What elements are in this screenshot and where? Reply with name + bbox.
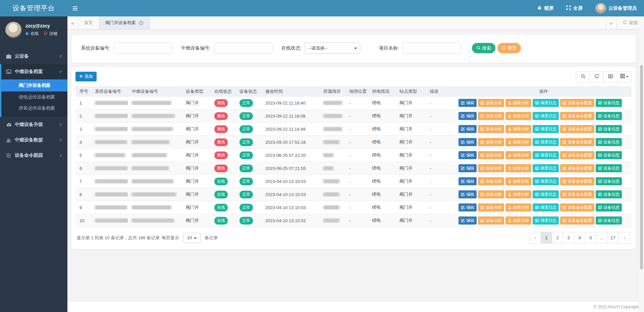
action-button-1[interactable]: 设备分析	[478, 203, 504, 211]
action-button-4[interactable]: 设备命令配置	[560, 151, 594, 159]
table-row[interactable]: 4阀门井离线正常2023-09-20 17:51:16-锂电阀门井-编辑设备分析…	[75, 136, 632, 149]
action-button-5[interactable]: 设备信息	[596, 125, 622, 133]
action-button-1[interactable]: 设备分析	[478, 177, 504, 185]
action-button-2[interactable]: 故障分析	[505, 203, 531, 211]
page-size-select[interactable]: 10	[183, 233, 201, 243]
table-row[interactable]: 9阀门井在线正常2023-04-10 13:10:03-锂电阀门井-编辑设备分析…	[75, 201, 632, 214]
sidebar-item-cloud-device[interactable]: 云设备	[0, 49, 67, 64]
action-button-0[interactable]: 编辑	[459, 216, 477, 225]
sidebar-item-device-upgrade[interactable]: 中燃设备升级	[0, 117, 67, 132]
action-button-0[interactable]: 编辑	[459, 112, 477, 120]
column-header-12[interactable]: 操作	[456, 88, 632, 95]
column-header-1[interactable]: 系统设备编号	[91, 88, 128, 95]
action-button-3[interactable]: 调度日志	[533, 112, 559, 120]
sidebar-subitem-lithium-remote-archive[interactable]: 锂电远传设备档案	[1, 91, 67, 103]
online-status-select[interactable]: --请选择--	[305, 43, 360, 54]
action-button-0[interactable]: 编辑	[459, 203, 477, 211]
column-header-11[interactable]: 描述	[426, 88, 456, 95]
action-button-3[interactable]: 调度日志	[533, 151, 559, 159]
action-button-5[interactable]: 设备信息	[596, 112, 622, 120]
action-button-0[interactable]: 编辑	[459, 177, 477, 185]
action-button-4[interactable]: 设备命令配置	[560, 177, 594, 185]
user-menu[interactable]: 云设备管理员	[595, 3, 637, 14]
table-row[interactable]: 6阀门井离线正常2023-06-25 07:21:55-锂电阀门井-编辑设备分析…	[75, 162, 632, 175]
action-button-3[interactable]: 调度日志	[533, 190, 559, 198]
scrollbar-thumb[interactable]	[640, 65, 643, 269]
action-button-2[interactable]: 故障分析	[505, 125, 531, 133]
fullscreen-button[interactable]: 全屏	[566, 5, 583, 11]
action-button-0[interactable]: 编辑	[459, 99, 477, 107]
action-button-0[interactable]: 编辑	[459, 190, 477, 198]
sidebar-item-command-tracking[interactable]: 设备命令跟踪	[0, 148, 67, 163]
page-button-2[interactable]: 2	[552, 232, 563, 243]
action-button-4[interactable]: 设备命令配置	[560, 216, 594, 225]
table-row[interactable]: 3阀门井离线正常2023-09-22 11:14:49-锂电阀门井-编辑设备分析…	[75, 123, 632, 136]
reset-button[interactable]: 重置	[497, 43, 521, 53]
tab-valve-well-archive[interactable]: 阀门井设备档案 ×	[99, 16, 150, 29]
sidebar-item-device-data[interactable]: 中燃设备数据	[0, 132, 67, 148]
action-button-1[interactable]: 设备分析	[478, 125, 504, 133]
action-button-3[interactable]: 调度日志	[533, 203, 559, 211]
action-button-3[interactable]: 调度日志	[533, 164, 559, 172]
action-button-5[interactable]: 设备信息	[596, 216, 622, 225]
page-prev-button[interactable]: ‹	[530, 232, 541, 243]
table-search-toggle-button[interactable]	[576, 71, 590, 82]
column-header-8[interactable]: 地理位置	[345, 88, 368, 95]
column-header-10[interactable]: 站点类型	[395, 88, 426, 95]
sidebar-subitem-valve-well-archive[interactable]: 阀门井设备档案	[1, 79, 67, 91]
action-button-0[interactable]: 编辑	[459, 151, 477, 159]
page-button-5[interactable]: 5	[585, 232, 596, 243]
action-button-1[interactable]: 设备分析	[478, 99, 504, 107]
action-button-1[interactable]: 设备分析	[478, 216, 504, 225]
action-button-3[interactable]: 调度日志	[533, 138, 559, 146]
action-button-2[interactable]: 故障分析	[505, 138, 531, 146]
table-row[interactable]: 5阀门井离线正常2023-06-25 07:22:20-锂电阀门井-编辑设备分析…	[75, 149, 632, 162]
column-header-7[interactable]: 所属项目	[319, 88, 345, 95]
action-button-0[interactable]: 编辑	[459, 164, 477, 172]
table-row[interactable]: 7阀门井在线正常2023-04-10 13:10:03-锂电阀门井-编辑设备分析…	[75, 175, 632, 188]
column-header-6[interactable]: 修改时间	[261, 88, 319, 95]
tab-home[interactable]: 首页	[78, 16, 99, 29]
column-header-2[interactable]: 中燃设备编号	[128, 88, 182, 95]
column-header-5[interactable]: 设备状态	[235, 88, 261, 95]
page-button-3[interactable]: 3	[563, 232, 574, 243]
lock-screen-button[interactable]: 锁屏	[537, 5, 553, 11]
add-button[interactable]: 添加	[75, 72, 97, 81]
logout-button[interactable]: 注销	[43, 31, 57, 37]
table-row[interactable]: 2阀门井离线正常2023-09-22 11:16:06-锂电阀门井-编辑设备分析…	[75, 110, 632, 123]
sidebar-subitem-assembled-remote-archive[interactable]: 拼装远传设备档案	[1, 103, 67, 114]
search-button[interactable]: 搜索	[472, 43, 495, 53]
table-detail-view-button[interactable]	[604, 71, 618, 82]
action-button-2[interactable]: 故障分析	[505, 164, 531, 172]
column-header-0[interactable]: 序号	[75, 88, 91, 95]
cn-device-no-input[interactable]	[214, 43, 273, 54]
system-device-no-input[interactable]	[114, 43, 172, 54]
column-header-3[interactable]: 设备类型	[182, 88, 210, 95]
page-button-4[interactable]: 4	[574, 232, 585, 243]
tabs-scroll-right-button[interactable]: »	[606, 16, 616, 29]
action-button-5[interactable]: 设备信息	[596, 190, 622, 198]
scrollbar[interactable]	[639, 16, 644, 312]
action-button-2[interactable]: 故障分析	[505, 99, 531, 107]
action-button-5[interactable]: 设备信息	[596, 151, 622, 159]
page-button-17[interactable]: 17	[607, 232, 619, 243]
action-button-4[interactable]: 设备命令配置	[560, 112, 594, 120]
action-button-1[interactable]: 设备分析	[478, 164, 504, 172]
action-button-2[interactable]: 故障分析	[505, 177, 531, 185]
action-button-4[interactable]: 设备命令配置	[560, 190, 594, 198]
action-button-2[interactable]: 故障分析	[505, 190, 531, 198]
action-button-5[interactable]: 设备信息	[596, 138, 622, 146]
action-button-3[interactable]: 调度日志	[533, 177, 559, 185]
action-button-1[interactable]: 设备分析	[478, 190, 504, 198]
action-button-5[interactable]: 设备信息	[596, 164, 622, 172]
page-next-button[interactable]: ›	[619, 232, 630, 243]
action-button-4[interactable]: 设备命令配置	[560, 99, 594, 107]
column-header-4[interactable]: 在线状态	[210, 88, 235, 95]
page-button-1[interactable]: 1	[541, 232, 552, 243]
table-row[interactable]: 10阀门井在线正常2023-04-10 13:10:02-锂电阀门井-编辑设备分…	[75, 214, 632, 227]
column-header-9[interactable]: 供电情况	[368, 88, 395, 95]
sidebar-item-device-archive[interactable]: 中燃设备档案	[1, 64, 67, 79]
action-button-2[interactable]: 故障分析	[505, 216, 531, 225]
action-button-3[interactable]: 调度日志	[533, 125, 559, 133]
tabs-scroll-left-button[interactable]: «	[67, 16, 78, 29]
